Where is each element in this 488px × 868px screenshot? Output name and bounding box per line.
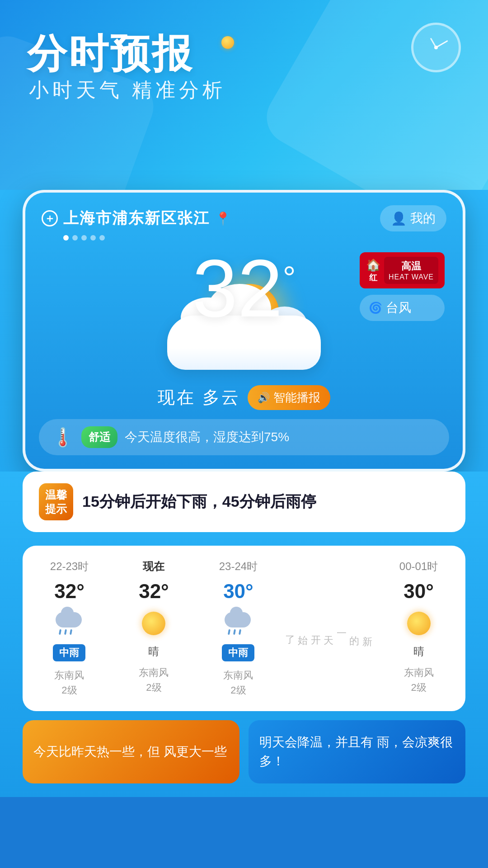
promo-row: 今天比昨天热一些，但 风更大一些 明天会降温，并且有 雨，会凉爽很多！ [23,720,465,783]
dot-2 [72,235,78,241]
weather-icon-2324 [224,609,253,638]
weather-icon-2223 [55,609,84,638]
comfort-badge: 舒适 [81,426,117,448]
hour-col-2324: 23-24时 30° 中雨 东南风2级 [196,559,281,698]
hour-label-now: 现在 [143,559,164,574]
drop-4 [228,629,230,635]
current-condition-text: 现在 多云 [158,386,240,409]
rain-drops-icon [59,629,72,635]
hourly-forecast: 22-23时 32° 中雨 东南风2级 [23,546,465,711]
cloud-body-icon-2 [225,612,251,627]
clock-icon [411,23,461,72]
phone-card: ＋ 上海市浦东新区张江 📍 👤 我的 32° [23,190,465,472]
weather-icon-now [139,609,168,638]
pin-icon: 📍 [215,211,231,226]
hour-col-2223: 22-23时 32° 中雨 东南风2级 [27,559,112,698]
thermometer-icon: 🌡️ [52,427,74,448]
promo-tomorrow-text: 明天会降温，并且有 雨，会凉爽很多！ [259,733,455,771]
condition-badge-2324: 中雨 [222,644,254,661]
location-bar: ＋ 上海市浦东新区张江 📍 👤 我的 [25,193,463,235]
temperature-area: 32° 🏠 红 高温 HEAT WAVE 🌀 台风 [25,248,463,374]
hero-section: 分时预报 小时天气 精准分析 [0,0,488,190]
drop-5 [233,629,236,635]
hour-temp-2223: 32° [54,580,84,603]
hour-label-2324: 23-24时 [219,559,258,574]
hw-gao-label: 高温 [401,259,421,273]
rain-drops-icon-2 [228,629,241,635]
warm-badge-line2: 提示 [45,502,67,516]
gold-dot-accent [221,36,234,49]
wind-now: 东南风2级 [139,665,169,695]
location-text: 上海市浦东新区张江 [63,208,210,229]
hour-temp-0001: 30° [404,580,434,603]
hour-label-0001: 00-01时 [399,559,438,574]
hero-subtitle: 小时天气 精准分析 [29,77,226,104]
phone-mockup-area: ＋ 上海市浦东新区张江 📍 👤 我的 32° [0,190,488,797]
house-thermometer-icon: 🏠 [366,258,380,272]
promo-card-today[interactable]: 今天比昨天热一些，但 风更大一些 [23,720,239,783]
hour-col-0001: 00-01时 30° 晴 东南风2级 [376,559,461,698]
condition-badge-2223: 中雨 [53,644,85,661]
cloud-body-icon [56,612,82,627]
location-left: ＋ 上海市浦东新区张江 📍 [42,208,231,229]
hero-title: 分时预报 [27,27,193,81]
wind-2324: 东南风2级 [223,668,253,698]
promo-today-text: 今天比昨天热一些，但 风更大一些 [33,742,229,761]
degree-symbol: ° [283,259,296,296]
sun-icon-0001 [407,612,431,635]
dot-4 [90,235,96,241]
condition-text-now: 晴 [148,644,159,659]
hour-col-now: 现在 32° 晴 东南风2级 [112,559,196,698]
clock-face [418,29,454,66]
current-status: 现在 多云 🔊 智能播报 [25,374,463,415]
temperature-display: 32° [192,248,296,329]
wind-0001: 东南风2级 [404,665,434,695]
hour-temp-2324: 30° [223,580,253,603]
my-label: 我的 [410,210,436,227]
weather-icon-0001 [404,609,433,638]
condition-text-0001: 晴 [413,644,424,659]
dot-1 [63,235,69,241]
temp-value: 32 [192,243,282,334]
warm-badge-line1: 温馨 [45,488,67,502]
rain-cloud-icon-2223 [56,612,83,635]
hour-label-2223: 22-23时 [50,559,89,574]
dot-3 [81,235,87,241]
dot-5 [99,235,105,241]
bottom-panel: 温馨 提示 15分钟后开始下雨，45分钟后雨停 22-23时 32° [0,472,488,797]
add-location-icon[interactable]: ＋ [42,210,58,226]
broadcast-label: 智能播报 [273,390,320,406]
promo-card-tomorrow[interactable]: 明天会降温，并且有 雨，会凉爽很多！ [249,720,465,783]
comfort-info-text: 今天温度很高，湿度达到75% [125,429,289,446]
smart-broadcast-button[interactable]: 🔊 智能播报 [248,385,330,410]
new-day-label: 新的一天开始了 [283,628,374,629]
warm-reminder-badge: 温馨 提示 [39,483,73,520]
comfort-bar: 🌡️ 舒适 今天温度很高，湿度达到75% [39,419,449,455]
clock-center [434,46,438,49]
sun-icon-now [142,612,165,635]
wind-2223: 东南风2级 [54,668,84,698]
drop-6 [239,629,241,635]
hour-temp-now: 32° [139,580,169,603]
new-day-divider: 新的一天开始了 [281,559,376,698]
rain-cloud-icon-2324 [225,612,252,635]
drop-1 [59,629,61,635]
alert-message: 15分钟后开始下雨，45分钟后雨停 [82,491,316,512]
user-icon: 👤 [391,211,407,226]
my-button[interactable]: 👤 我的 [380,205,446,231]
drop-2 [64,629,67,635]
speaker-icon: 🔊 [258,392,270,404]
alert-notice: 温馨 提示 15分钟后开始下雨，45分钟后雨停 [23,472,465,532]
drop-3 [70,629,72,635]
